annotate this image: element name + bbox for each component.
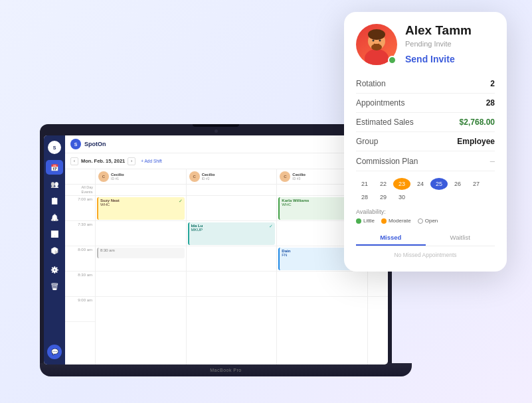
- card-tabs: Missed Waitlist: [356, 230, 495, 246]
- sidebar-item-services[interactable]: 📋: [46, 193, 63, 208]
- grid-slot-1-4: [96, 272, 186, 297]
- laptop-base: MacBook Pro: [40, 363, 412, 376]
- sidebar-item-notifications[interactable]: 🔔: [46, 210, 63, 224]
- all-day-label: All DayEvents: [65, 185, 96, 195]
- app-sidebar: S 📅 👥 📋 🔔 📊: [44, 135, 65, 364]
- mini-cal-day[interactable]: 26: [449, 178, 466, 190]
- time-slot-8am: 8:00 am: [65, 246, 95, 272]
- time-slot-730: 7:30 am: [65, 221, 95, 246]
- stat-commission: Commission Plan –: [356, 151, 495, 171]
- time-slot-9am: 9:00 am: [65, 297, 95, 322]
- main-area: S SpotOn Book Now ‹ Mon. Feb. 15, 2021 ›…: [65, 135, 388, 364]
- online-status-dot: [388, 56, 397, 64]
- sidebar-item-trash[interactable]: 🗑️: [46, 279, 63, 293]
- grid-slot-3-5: [277, 297, 367, 322]
- appt-check-icon: ✓: [179, 199, 183, 204]
- appt-830[interactable]: 8:30 am: [97, 248, 185, 258]
- date-navigation: ‹ Mon. Feb. 15, 2021 › + Add Shift: [70, 157, 162, 165]
- time-slot-7am: 7:00 am: [65, 196, 95, 221]
- stat-value-sales: $2,768.00: [460, 118, 495, 127]
- mini-cal-day[interactable]: 30: [393, 191, 410, 203]
- mini-cal-day[interactable]: 24: [412, 178, 429, 190]
- profile-header: Alex Tamm Pending Invite Send Invite: [356, 24, 495, 65]
- add-shift-button[interactable]: + Add Shift: [141, 159, 162, 163]
- availability-title: Availability:: [356, 208, 495, 215]
- grid-slot-4-4: [368, 272, 388, 297]
- appt-suzy-neat[interactable]: Suzy Neat WHC ✓: [97, 197, 185, 220]
- svg-point-5: [379, 40, 381, 42]
- stat-label-group: Group: [356, 137, 378, 146]
- profile-info: Alex Tamm Pending Invite Send Invite: [405, 24, 495, 65]
- stat-label-rotation: Rotation: [356, 79, 386, 88]
- staff-info-2: Cecilio ID #2: [202, 173, 215, 181]
- staff-id-3: ID #3: [292, 177, 306, 181]
- stat-value-group: Employee: [457, 137, 495, 146]
- avail-open-dot: [418, 218, 423, 224]
- profile-card: Alex Tamm Pending Invite Send Invite Rot…: [344, 12, 507, 272]
- stat-value-rotation: 2: [490, 79, 495, 88]
- appt-check-icon: ✓: [269, 224, 273, 229]
- all-day-cell-1: [96, 185, 187, 195]
- grid-slot-2-5: [187, 297, 277, 322]
- svg-point-0: [365, 49, 389, 65]
- stat-label-appointments: Appointments: [356, 98, 404, 108]
- sidebar-item-settings[interactable]: ⚙️: [46, 262, 63, 277]
- mini-cal-day[interactable]: 22: [375, 178, 392, 190]
- appt-service: WHC: [100, 202, 183, 206]
- grid-col-1: Suzy Neat WHC ✓ 8:30 am: [96, 196, 187, 364]
- tab-waitlist[interactable]: Waitlist: [426, 230, 495, 246]
- stat-group: Group Employee: [356, 132, 495, 151]
- all-day-events-row: All DayEvents: [65, 185, 388, 196]
- stat-sales: Estimated Sales $2,768.00: [356, 113, 495, 132]
- mini-cal-day[interactable]: 21: [356, 178, 373, 190]
- all-day-cell-2: [187, 185, 278, 195]
- avail-moderate-dot: [381, 218, 387, 224]
- grid-slot-3-4: [277, 272, 367, 297]
- next-date-button[interactable]: ›: [128, 157, 135, 165]
- profile-status: Pending Invite: [405, 40, 495, 48]
- stat-appointments: Appointments 28: [356, 94, 495, 113]
- mini-cal-day[interactable]: 28: [356, 191, 373, 203]
- staff-col-2: C Cecilio ID #2: [187, 169, 278, 184]
- spoton-logo-text: SpotOn: [84, 141, 106, 147]
- sidebar-item-reports[interactable]: 📊: [46, 226, 63, 241]
- mini-cal-day[interactable]: 27: [468, 178, 485, 190]
- prev-date-button[interactable]: ‹: [70, 157, 78, 165]
- laptop-camera: [215, 129, 218, 133]
- svg-point-2: [368, 29, 385, 40]
- chat-button[interactable]: 💬: [47, 345, 62, 359]
- no-appointments-text: No Missed Appointments: [356, 246, 495, 260]
- sidebar-item-calendar[interactable]: 📅: [46, 160, 63, 175]
- mini-cal-day[interactable]: 29: [375, 191, 392, 203]
- staff-info-3: Cecilio ID #3: [292, 173, 306, 181]
- mini-cal-day-selected[interactable]: 25: [430, 178, 448, 190]
- sidebar-item-inventory[interactable]: 📦: [46, 243, 63, 258]
- staff-id-2: ID #2: [202, 177, 215, 181]
- calendar-body: 7:00 am 7:30 am 8:00 am 8:30 am 9:00 am: [65, 196, 388, 364]
- availability-legend: Little Moderate Open: [356, 218, 495, 224]
- spoton-logo: S SpotOn: [70, 139, 106, 149]
- grid-slot-2-4: [187, 272, 277, 297]
- appt-service: MKUP: [191, 228, 274, 232]
- grid-slot-4-5: [368, 297, 388, 322]
- stat-value-commission: –: [490, 156, 495, 166]
- time-column: 7:00 am 7:30 am 8:00 am 8:30 am 9:00 am: [65, 196, 96, 364]
- staff-col-1: C Cecilio ID #1: [96, 169, 187, 184]
- send-invite-button[interactable]: Send Invite: [405, 54, 455, 64]
- grid-slot-1-2: [96, 221, 186, 246]
- tab-missed[interactable]: Missed: [356, 230, 426, 246]
- mini-cal-days: 21 22 23 24 25 26 27 28 29 30: [356, 178, 495, 203]
- mini-cal-day-active[interactable]: 23: [393, 178, 410, 190]
- app-header: S SpotOn Book Now: [65, 135, 388, 153]
- staff-avatar-1: C: [98, 171, 109, 182]
- stat-rotation: Rotation 2: [356, 74, 495, 94]
- avail-moderate: Moderate: [381, 218, 411, 224]
- grid-slot-2-1: [187, 196, 277, 221]
- calendar-toolbar: ‹ Mon. Feb. 15, 2021 › + Add Shift Day W…: [65, 153, 388, 169]
- time-slot-830: 8:30 am: [65, 272, 95, 297]
- stat-value-appointments: 28: [486, 98, 495, 108]
- avail-open-label: Open: [425, 218, 438, 224]
- appt-ida-lu[interactable]: Ida Lu MKUP ✓: [188, 222, 276, 245]
- stat-label-commission: Commission Plan: [356, 157, 418, 166]
- sidebar-item-staff[interactable]: 👥: [46, 177, 63, 191]
